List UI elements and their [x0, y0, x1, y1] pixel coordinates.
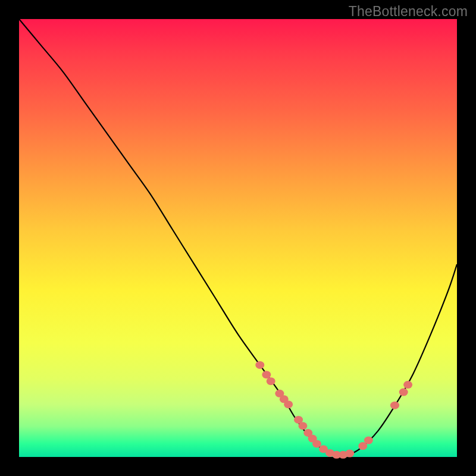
data-marker	[312, 440, 321, 447]
marker-layer	[255, 361, 412, 459]
data-marker	[403, 381, 412, 389]
data-marker	[390, 402, 399, 409]
data-marker	[345, 450, 354, 458]
data-marker	[364, 437, 373, 444]
curve-layer	[19, 19, 457, 456]
data-marker	[284, 400, 293, 408]
bottleneck-chart	[19, 19, 457, 457]
data-marker	[298, 422, 307, 430]
bottleneck-curve	[19, 19, 457, 456]
data-marker	[262, 371, 271, 378]
data-marker	[399, 389, 408, 396]
chart-plot-area	[19, 19, 457, 457]
data-marker	[267, 377, 275, 385]
watermark-text: TheBottleneck.com	[349, 4, 468, 20]
data-marker	[255, 361, 264, 369]
